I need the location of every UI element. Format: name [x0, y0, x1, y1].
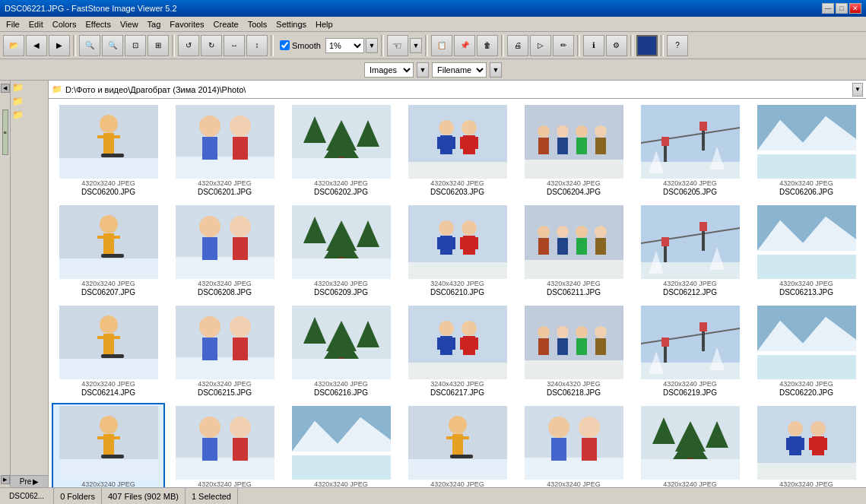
close-button[interactable]: ✕	[849, 3, 861, 14]
tb-separator-9	[661, 35, 664, 56]
tb-paste-button[interactable]: 📌	[454, 35, 475, 56]
sidebar-expand-btn[interactable]: ▶	[1, 475, 10, 484]
tb-zoom-out-button[interactable]: 🔍	[102, 35, 123, 56]
tb-copy-button[interactable]: 📋	[431, 35, 452, 56]
menu-colors[interactable]: Colors	[48, 18, 81, 30]
svg-point-202	[810, 421, 826, 436]
svg-rect-28	[460, 137, 466, 149]
svg-rect-149	[661, 338, 669, 347]
menu-file[interactable]: File	[2, 18, 24, 30]
thumbnail-item[interactable]: 4320x3240 JPEGDSC06222.JPG	[168, 403, 281, 487]
tb-rotate-right-button[interactable]: ↻	[201, 35, 222, 56]
maximize-button[interactable]: □	[836, 3, 848, 14]
tb-zoom-in-button[interactable]: 🔍	[79, 35, 100, 56]
tb-next-button[interactable]: ▶	[49, 35, 70, 56]
thumbnail-item[interactable]: 4320x3240 JPEGDSC06202.JPG	[284, 102, 398, 199]
minimize-button[interactable]: —	[822, 3, 834, 14]
folder-item[interactable]: 📁	[11, 81, 48, 94]
tb-separator-8	[630, 35, 633, 56]
menu-effects[interactable]: Effects	[81, 18, 116, 30]
path-folder-icon: 📁	[52, 84, 62, 94]
svg-rect-82	[472, 237, 478, 249]
menu-help[interactable]: Help	[311, 18, 338, 30]
vertical-splitter[interactable]: ≡	[2, 109, 8, 155]
svg-rect-171	[233, 438, 248, 461]
tb-delete-button[interactable]: 🗑	[477, 35, 498, 56]
tb-actual-size-button[interactable]: ⊞	[148, 35, 169, 56]
sort-select[interactable]: Filename Date Size	[432, 62, 487, 78]
window-controls[interactable]: — □ ✕	[822, 3, 861, 14]
thumbnail-grid[interactable]: 4320x3240 JPEGDSC06200.JPG 4320x3240 JPE…	[49, 99, 866, 487]
thumbnail-item[interactable]: 4320x3240 JPEGDSC06228.JPG	[401, 403, 514, 487]
preview-panel-label[interactable]: Pre ▶	[11, 475, 48, 487]
thumbnail-item[interactable]: 4320x3240 JPEGDSC06208.JPG	[168, 202, 281, 300]
zoom-select[interactable]: 1% 5% 10% 25% 50% 100%	[325, 38, 364, 53]
cursor-dropdown-button[interactable]: ▼	[410, 38, 422, 53]
menu-edit[interactable]: Edit	[24, 18, 48, 30]
tb-info-button[interactable]: ℹ	[583, 35, 604, 56]
thumb-meta: 4320x3240 JPEG	[779, 179, 833, 187]
color-picker-box[interactable]	[636, 35, 658, 56]
menu-create[interactable]: Create	[209, 18, 243, 30]
thumbnail-item[interactable]: 3240x4320 JPEGDSC06210.JPG	[401, 202, 514, 300]
tb-flip-v-button[interactable]: ↕	[246, 35, 268, 56]
thumbnail-item[interactable]: 4320x3240 JPEGDSC06229.JPG	[517, 403, 630, 487]
sort-dropdown-button[interactable]: ▼	[490, 62, 502, 78]
folder-tree[interactable]: 📁 📁 📁	[11, 81, 48, 475]
cursor-tool-button[interactable]: ☜	[387, 35, 408, 56]
filter-select[interactable]: Images All Files	[364, 62, 414, 78]
tb-slideshow-button[interactable]: ▷	[530, 35, 551, 56]
svg-rect-114	[176, 357, 274, 379]
thumbnail-item[interactable]: 4320x3240 JPEGDSC06214.JPG	[52, 303, 165, 400]
thumbnail-item[interactable]: 4320x3240 JPEGDSC06209.JPG	[284, 202, 398, 300]
tb-fit-button[interactable]: ⊡	[125, 35, 146, 56]
svg-rect-188	[582, 438, 597, 461]
thumbnail-item[interactable]: 4320x3240 JPEGDSC06231.JPG	[750, 403, 863, 487]
thumbnail-item[interactable]: 4320x3240 JPEGDSC06205.JPG	[633, 102, 747, 199]
tb-flip-h-button[interactable]: ↔	[224, 35, 245, 56]
menu-tools[interactable]: Tools	[243, 18, 272, 30]
zoom-dropdown-button[interactable]: ▼	[366, 38, 378, 53]
thumbnail-item[interactable]: 4320x3240 JPEGDSC06201.JPG	[168, 102, 281, 199]
thumbnail-item[interactable]: 4320x3240 JPEGDSC06200.JPG	[52, 102, 165, 199]
thumbnail-item[interactable]: 4320x3240 JPEGDSC06203.JPG	[401, 102, 514, 199]
thumb-meta: 3240x4320 JPEG	[430, 380, 484, 388]
menu-settings[interactable]: Settings	[271, 18, 311, 30]
folder-item-2[interactable]: 📁	[11, 94, 48, 108]
svg-point-89	[576, 226, 588, 238]
thumbnail-item[interactable]: 3240x4320 JPEGDSC06218.JPG	[517, 303, 630, 400]
thumb-meta: 4320x3240 JPEG	[663, 480, 717, 487]
tb-open-button[interactable]: 📂	[3, 35, 24, 56]
thumbnail-item[interactable]: 4320x3240 JPEGDSC06207.JPG	[52, 202, 165, 300]
thumbnail-item[interactable]: 3240x4320 JPEGDSC06217.JPG	[401, 303, 514, 400]
smooth-checkbox[interactable]	[280, 40, 290, 50]
thumbnail-item[interactable]: 4320x3240 JPEGDSC06213.JPG	[750, 202, 863, 300]
tb-settings-button[interactable]: ⚙	[606, 35, 627, 56]
thumbnail-item[interactable]: 4320x3240 JPEGDSC06206.JPG	[750, 102, 863, 199]
tb-print-button[interactable]: 🖨	[507, 35, 528, 56]
thumbnail-item[interactable]: 4320x3240 JPEGDSC06220.JPG	[750, 303, 863, 400]
filter-dropdown-button[interactable]: ▼	[417, 62, 429, 78]
path-dropdown-button[interactable]: ▼	[852, 83, 863, 97]
thumbnail-item[interactable]: 4320x3240 JPEGDSC06216.JPG	[284, 303, 398, 400]
thumbnail-item[interactable]: 4320x3240 JPEGDSC06230.JPG	[633, 403, 747, 487]
tb-edit-button[interactable]: ✏	[553, 35, 574, 56]
thumbnail-item[interactable]: 4320x3240 JPEGDSC06212.JPG	[633, 202, 747, 300]
thumbnail-item[interactable]: 4320x3240 JPEGDSC06211.JPG	[517, 202, 630, 300]
thumb-meta: 4320x3240 JPEG	[663, 280, 717, 287]
menu-tag[interactable]: Tag	[143, 18, 166, 30]
thumbnail-item[interactable]: 4320x3240 JPEGDSC06204.JPG	[517, 102, 630, 199]
menu-favorites[interactable]: Favorites	[165, 18, 208, 30]
sidebar-collapse-btn[interactable]: ◀	[1, 84, 10, 93]
svg-rect-151	[699, 322, 707, 331]
tb-prev-button[interactable]: ◀	[26, 35, 47, 56]
tb-help-button[interactable]: ?	[667, 35, 688, 56]
menu-view[interactable]: View	[116, 18, 143, 30]
thumbnail-item[interactable]: 4320x3240 JPEGDSC06219.JPG	[633, 303, 747, 400]
thumbnail-item[interactable]: 4320x3240 JPEGDSC06215.JPG	[168, 303, 281, 400]
smooth-label[interactable]: Smooth	[280, 40, 321, 50]
thumbnail-item[interactable]: 4320x3240 JPEGDSC06227.JPG	[284, 403, 398, 487]
folder-item-3[interactable]: 📁	[11, 108, 48, 122]
tb-rotate-left-button[interactable]: ↺	[178, 35, 199, 56]
thumbnail-item[interactable]: 4320x3240 JPEGDSC06221.JPG	[52, 403, 165, 487]
